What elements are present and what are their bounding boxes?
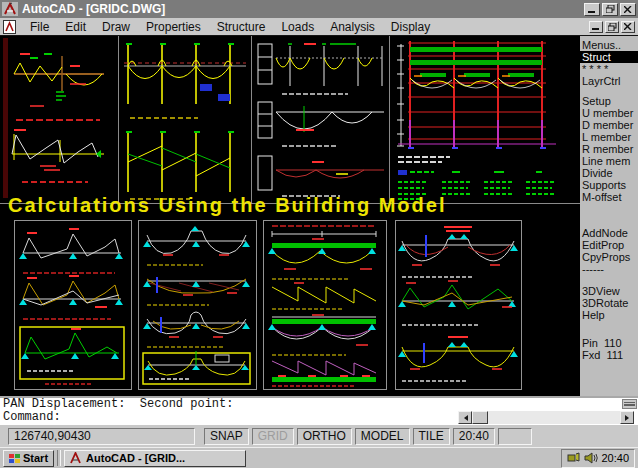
screen-menu-item-addnode[interactable]: AddNode: [580, 227, 638, 239]
span-diagram: [258, 156, 384, 196]
tile-toggle[interactable]: TILE: [413, 428, 450, 445]
status-clock: 20:40: [453, 428, 495, 445]
menu-structure[interactable]: Structure: [209, 20, 274, 34]
viewport-top-3: [252, 36, 390, 202]
scroll-left-button[interactable]: [458, 411, 472, 424]
autocad-task-icon: [69, 452, 82, 465]
autocad-app-icon: [2, 2, 18, 16]
screen-menu-item-setup[interactable]: Setup: [580, 95, 638, 107]
screen-menu-item-help[interactable]: Help: [580, 309, 638, 321]
model-toggle[interactable]: MODEL: [355, 428, 410, 445]
screen-menu-item-3dview[interactable]: 3DView: [580, 285, 638, 297]
menu-properties[interactable]: Properties: [138, 20, 209, 34]
command-window: PAN Displacement: Second point: Command:: [0, 396, 638, 425]
doc-minimize-button[interactable]: [589, 21, 603, 33]
screen-menu-item-supports[interactable]: Supports: [580, 179, 638, 191]
span-moment-diagrams: [252, 36, 390, 202]
tray-clock: 20:40: [601, 452, 629, 464]
screen-menu-spacer: [580, 275, 638, 285]
minimize-button[interactable]: [584, 3, 600, 16]
combined-diagram: [398, 281, 516, 325]
screen-menu-item-dmember[interactable]: D member: [580, 119, 638, 131]
snap-toggle[interactable]: SNAP: [204, 428, 249, 445]
building-frame: [397, 41, 556, 148]
screen-menu-item-cpyprops[interactable]: CpyProps: [580, 251, 638, 263]
menu-display[interactable]: Display: [383, 20, 438, 34]
screen-menu-item-pin[interactable]: Pin 110: [580, 337, 638, 349]
menu-draw[interactable]: Draw: [94, 20, 138, 34]
load-diagram: [272, 283, 376, 309]
screen-menu-item-divide[interactable]: Divide: [580, 167, 638, 179]
doc-restore-button[interactable]: [605, 21, 619, 33]
scroll-right-button[interactable]: [620, 411, 634, 424]
menu-bar: File Edit Draw Properties Structure Load…: [0, 18, 638, 36]
envelope-diagram: [143, 312, 250, 347]
window-title: AutoCAD - [GRIDC.DWG]: [22, 2, 584, 16]
screen-menu-item-editprop[interactable]: EditProp: [580, 239, 638, 251]
selected-envelope-diagram: [143, 351, 250, 384]
scrollbar-track[interactable]: [488, 411, 620, 424]
speaker-icon[interactable]: [584, 452, 598, 464]
shear-diagram: [19, 276, 123, 319]
close-button[interactable]: [620, 3, 636, 16]
combined-moment-diagrams: [396, 221, 519, 387]
envelope-diagram: [143, 277, 250, 305]
menu-analysis[interactable]: Analysis: [322, 20, 383, 34]
title-bar: AutoCAD - [GRIDC.DWG]: [0, 0, 638, 18]
command-history-line: PAN Displacement: Second point:: [0, 398, 638, 411]
doc-close-button[interactable]: [621, 21, 635, 33]
screen-menu-item-moffset[interactable]: M-offset: [580, 191, 638, 203]
screen-menu-spacer: [580, 87, 638, 95]
beam-diagram: [12, 130, 104, 182]
command-window-grip[interactable]: [622, 399, 637, 409]
screen-menu-item-fxd[interactable]: Fxd 111: [580, 349, 638, 361]
viewport-bottom-4: [395, 220, 522, 390]
command-horizontal-scrollbar[interactable]: [458, 411, 634, 424]
combined-diagram: [398, 337, 518, 381]
viewport-bottom-1: [14, 220, 132, 390]
screen-menu-item-umember[interactable]: U member: [580, 107, 638, 119]
ortho-toggle[interactable]: ORTHO: [297, 428, 352, 445]
screen-menu-item-lmember[interactable]: L member: [580, 131, 638, 143]
viewport-top-1: [0, 36, 118, 202]
restore-button[interactable]: [602, 3, 618, 16]
menu-file[interactable]: File: [22, 20, 57, 34]
frame-moment-diagrams: [120, 36, 251, 202]
start-button[interactable]: Start: [3, 450, 54, 467]
application-window: AutoCAD - [GRIDC.DWG] File Edit Draw Pro…: [0, 0, 638, 468]
screen-menu-item-3drotate[interactable]: 3DRotate: [580, 297, 638, 309]
frame-diagram: [124, 44, 246, 118]
menu-edit[interactable]: Edit: [57, 20, 94, 34]
screen-menu: Menus.. Struct * * * * LayrCtrl Setup U …: [580, 36, 638, 396]
document-icon: [3, 20, 16, 34]
drawing-canvas[interactable]: Calculations Using the Building Model: [0, 36, 580, 396]
screen-menu-item-linemem[interactable]: Line mem: [580, 155, 638, 167]
drawing-overlay-title: Calculations Using the Building Model: [8, 194, 446, 217]
taskbar: Start AutoCAD - [GRID... 20:40: [0, 447, 638, 468]
screen-menu-item-dashes[interactable]: ------: [580, 263, 638, 275]
status-bar: 126740,90430 SNAP GRID ORTHO MODEL TILE …: [0, 425, 638, 447]
viewport-top-2: [120, 36, 251, 202]
screen-menu-item-rmember[interactable]: R member: [580, 143, 638, 155]
windows-flag-icon: [9, 454, 20, 463]
selected-shear-diagram: [20, 327, 124, 384]
viewport-bottom-3: [263, 220, 387, 390]
left-arrow-icon: [461, 415, 468, 421]
grid-toggle[interactable]: GRID: [252, 428, 294, 445]
sound-scheme-icon[interactable]: [567, 452, 581, 464]
load-diagram: [272, 361, 376, 386]
viewport-top-4: [390, 36, 580, 202]
combined-diagram: [398, 227, 518, 277]
beam-moment-diagrams: [0, 36, 118, 202]
screen-menu-spacer: [580, 203, 638, 227]
screen-menu-item-menus[interactable]: Menus..: [580, 39, 638, 51]
scrollbar-thumb[interactable]: [472, 411, 488, 424]
screen-menu-item-layrctrl[interactable]: LayrCtrl: [580, 75, 638, 87]
menu-loads[interactable]: Loads: [273, 20, 322, 34]
load-diagram: [268, 315, 376, 355]
elevation-caption: [398, 157, 450, 162]
autocad-task-button[interactable]: AutoCAD - [GRID...: [64, 450, 246, 467]
shear-diagram: [19, 229, 123, 273]
screen-menu-item-stars[interactable]: * * * *: [580, 63, 638, 75]
screen-menu-item-struct[interactable]: Struct: [580, 51, 638, 63]
